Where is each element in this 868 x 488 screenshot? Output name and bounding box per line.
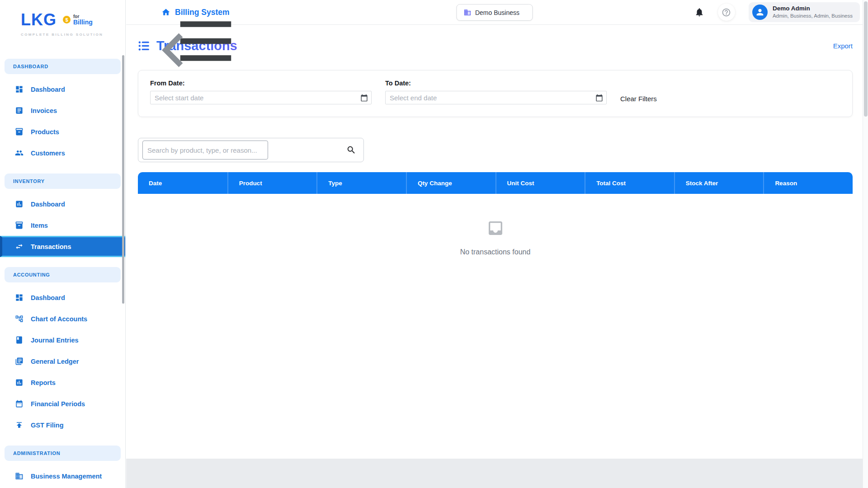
business-name: Demo Business	[475, 9, 519, 16]
sidebar-item-items[interactable]: Items	[0, 215, 125, 236]
sidebar-item-inventory-dashboard[interactable]: Dashboard	[0, 193, 125, 215]
sidebar-item-label: Dashboard	[31, 86, 65, 93]
transactions-page: Transactions Export From Date: To Date:	[126, 25, 863, 459]
avatar	[752, 5, 768, 20]
user-menu[interactable]: Demo Admin Admin, Business, Admin, Busin…	[749, 2, 860, 22]
search-input[interactable]	[142, 141, 268, 160]
sidebar-item-label: GST Filing	[31, 422, 64, 429]
search-button[interactable]	[346, 145, 357, 155]
building-icon	[15, 472, 24, 480]
from-date-input[interactable]	[150, 91, 372, 104]
to-date-group: To Date:	[385, 80, 607, 104]
sidebar-item-label: Products	[31, 128, 59, 136]
transactions-table-header: Date Product Type Qty Change Unit Cost T…	[138, 172, 853, 194]
column-header-type: Type	[316, 172, 406, 194]
sidebar-item-accounting-dashboard[interactable]: Dashboard	[0, 287, 125, 308]
sidebar-item-chart-of-accounts[interactable]: Chart of Accounts	[0, 308, 125, 329]
sidebar-item-transactions[interactable]: Transactions	[0, 236, 125, 257]
sidebar-item-reports[interactable]: Reports	[0, 372, 125, 393]
calendar-icon	[360, 94, 368, 102]
sidebar-item-customers[interactable]: Customers	[0, 142, 125, 164]
upload-icon	[15, 421, 24, 429]
chevron-left-icon	[105, 16, 241, 84]
column-header-reason: Reason	[763, 172, 853, 194]
sidebar-item-label: Journal Entries	[31, 337, 79, 344]
user-name: Demo Admin	[773, 5, 853, 13]
column-header-product: Product	[227, 172, 317, 194]
sidebar-collapse-button[interactable]	[105, 16, 115, 26]
sidebar-item-label: General Ledger	[31, 358, 79, 365]
inbox-icon	[486, 219, 505, 237]
column-header-unit-cost: Unit Cost	[495, 172, 585, 194]
column-header-date: Date	[138, 172, 227, 194]
to-date-input[interactable]	[385, 91, 607, 104]
sidebar-item-invoices[interactable]: Invoices	[0, 100, 125, 121]
search-bar	[138, 138, 364, 162]
to-date-label: To Date:	[385, 80, 607, 87]
menu-toggle-button[interactable]	[138, 7, 148, 17]
column-header-total-cost: Total Cost	[585, 172, 674, 194]
section-header-administration: ADMINISTRATION	[5, 446, 121, 461]
sidebar-item-label: Customers	[31, 150, 65, 157]
section-header-accounting: ACCOUNTING	[5, 267, 121, 282]
section-header-dashboard: DASHBOARD	[5, 59, 121, 74]
page-scrollbar-thumb[interactable]	[864, 1, 868, 117]
app-title: Billing System	[175, 8, 230, 17]
sidebar-item-label: Dashboard	[31, 294, 65, 301]
date-filter-card: From Date: To Date: Clear Filters	[138, 70, 853, 117]
coin-icon: $	[63, 16, 71, 23]
box-icon	[15, 127, 24, 136]
person-icon	[755, 7, 765, 17]
sidebar-item-label: Financial Periods	[31, 400, 85, 408]
main-area: Transactions Export From Date: To Date:	[126, 25, 863, 488]
sidebar-item-label: Transactions	[31, 243, 71, 250]
brand-logo: LKG	[21, 12, 57, 28]
column-header-qty-change: Qty Change	[406, 172, 495, 194]
sidebar-item-financial-periods[interactable]: Financial Periods	[0, 393, 125, 414]
sidebar-item-journal-entries[interactable]: Journal Entries	[0, 329, 125, 351]
sidebar-item-general-ledger[interactable]: General Ledger	[0, 351, 125, 372]
home-link[interactable]: Billing System	[161, 8, 230, 17]
sidebar-item-products[interactable]: Products	[0, 121, 125, 142]
clear-filters-button[interactable]: Clear Filters	[620, 95, 657, 103]
to-date-calendar-button[interactable]	[595, 93, 604, 102]
sidebar-item-gst-filing[interactable]: GST Filing	[0, 414, 125, 436]
help-button[interactable]	[718, 4, 735, 21]
book-icon	[15, 336, 24, 344]
bar-chart-icon	[15, 378, 24, 387]
column-header-stock-after: Stock After	[674, 172, 764, 194]
business-building-icon	[463, 9, 471, 16]
notifications-button[interactable]	[694, 7, 704, 18]
calendar-icon	[595, 94, 603, 102]
help-icon	[722, 8, 731, 17]
swap-arrows-icon	[15, 242, 24, 251]
sidebar-item-label: Chart of Accounts	[31, 315, 87, 323]
business-selector[interactable]: Demo Business	[456, 4, 533, 21]
sidebar-item-label: Dashboard	[31, 201, 65, 208]
sidebar-item-label: Items	[31, 222, 48, 229]
ledger-icon	[15, 357, 24, 366]
calendar-icon	[15, 399, 24, 408]
section-header-inventory: INVENTORY	[5, 174, 121, 189]
tree-icon	[15, 314, 24, 323]
search-icon	[346, 145, 356, 155]
sidebar: LKG $ for Billing COMPLETE BILLING SOLUT…	[0, 0, 126, 488]
sidebar-nav: DASHBOARD Dashboard Invoices Products Cu…	[0, 51, 125, 487]
sidebar-item-label: Reports	[31, 379, 56, 386]
sidebar-item-label: Business Management	[31, 473, 102, 480]
sidebar-scrollbar-thumb[interactable]	[122, 55, 124, 304]
box-icon	[15, 221, 24, 230]
sidebar-item-label: Invoices	[31, 107, 57, 114]
invoice-icon	[15, 106, 24, 115]
people-icon	[15, 149, 24, 157]
header-actions: Demo Admin Admin, Business, Admin, Busin…	[694, 2, 863, 22]
empty-state-message: No transactions found	[460, 248, 531, 256]
bar-chart-icon	[15, 200, 24, 208]
sidebar-item-business-management[interactable]: Business Management	[0, 465, 125, 487]
export-button[interactable]: Export	[833, 42, 853, 50]
empty-state: No transactions found	[138, 219, 853, 256]
bell-icon	[694, 7, 704, 17]
brand-logo-area: LKG $ for Billing COMPLETE BILLING SOLUT…	[0, 0, 125, 51]
from-date-calendar-button[interactable]	[360, 93, 369, 102]
dashboard-icon	[15, 85, 24, 94]
